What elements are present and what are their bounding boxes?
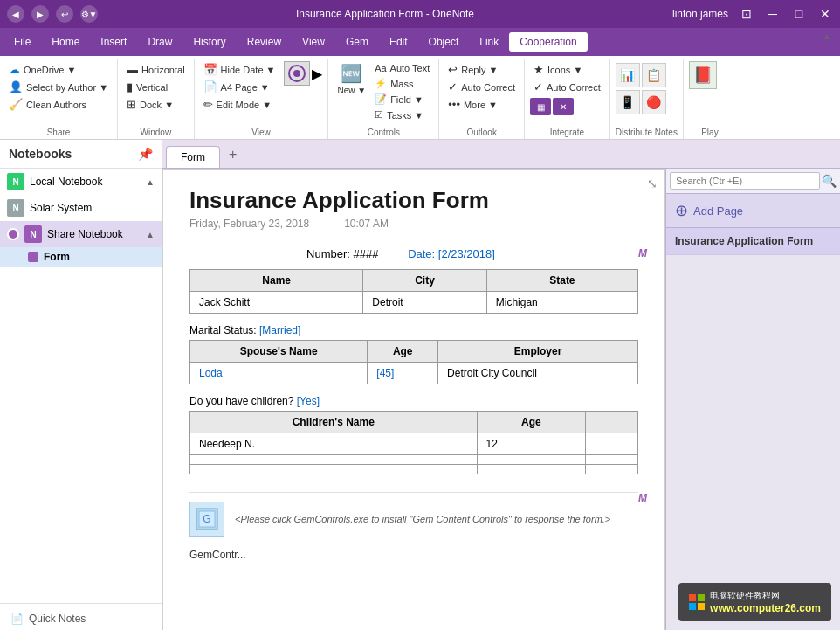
new-button[interactable]: 🆕 New ▼	[334, 61, 369, 97]
slider-thumb[interactable]	[284, 61, 310, 86]
mass-button[interactable]: ⚡ Mass	[371, 76, 433, 91]
hide-date-button[interactable]: 📅 Hide Date ▼	[200, 61, 279, 78]
form-section-item[interactable]: Form	[0, 247, 162, 267]
spouse-name-link[interactable]: Loda	[199, 367, 223, 379]
field-button[interactable]: 📝 Field ▼	[371, 92, 433, 107]
add-page-button[interactable]: ⊕ Add Page	[666, 194, 840, 228]
td-child-3-age	[477, 465, 586, 474]
ribbon-group-controls: 🆕 New ▼ Aa Auto Text ⚡ Mass 📝 Field ▼ ☑	[328, 59, 439, 139]
play-button[interactable]: ▶	[312, 66, 322, 82]
menu-home[interactable]: Home	[41, 32, 90, 52]
integrate-autocorrect-button[interactable]: ✓ Auto Correct	[530, 79, 604, 95]
quick-notes-item[interactable]: 📄 Quick Notes	[7, 609, 155, 628]
menu-link[interactable]: Link	[469, 32, 509, 52]
menu-draw[interactable]: Draw	[137, 32, 182, 52]
icons-button[interactable]: ★ Icons ▼	[530, 61, 604, 78]
title-bar: ◀ ▶ ↩ ⚙▼ Insurance Application Form - On…	[0, 0, 840, 28]
integrate-extras: ▦ ✕	[530, 98, 604, 115]
th-children-age: Age	[477, 412, 586, 433]
reply-button[interactable]: ↩ Reply ▼	[444, 61, 519, 78]
more-button[interactable]: ••• More ▼	[444, 96, 519, 113]
menu-cooperation[interactable]: Cooperation	[509, 32, 587, 52]
tasks-button[interactable]: ☑ Tasks ▼	[371, 107, 433, 122]
form-date: Date: [2/23/2018]	[408, 247, 495, 260]
distribute-icon-4[interactable]: 🔴	[642, 90, 666, 114]
minimize-button[interactable]: ─	[765, 6, 781, 22]
integrate-check-icon: ✓	[534, 80, 543, 93]
td-child-1-extra	[586, 433, 638, 455]
horizontal-button[interactable]: ▬ Horizontal	[123, 61, 189, 78]
share-notebook-item[interactable]: N Share Notebook ▲	[0, 221, 162, 247]
menu-view[interactable]: View	[292, 32, 335, 52]
menu-review[interactable]: Review	[237, 32, 292, 52]
menu-edit[interactable]: Edit	[379, 32, 418, 52]
onedrive-button[interactable]: ☁ OneDrive ▼	[5, 61, 112, 78]
onedrive-icon: ☁	[9, 63, 20, 76]
auto-text-button[interactable]: Aa Auto Text	[371, 61, 433, 75]
undo-button[interactable]: ↩	[56, 5, 73, 23]
menu-object[interactable]: Object	[418, 32, 470, 52]
select-by-author-button[interactable]: 👤 Select by Author ▼	[5, 79, 112, 95]
distribute-icon-2[interactable]: 📋	[642, 63, 666, 87]
td-child-1-name: Needeep N.	[190, 433, 478, 455]
local-notebook-item[interactable]: N Local Notebook ▲	[0, 169, 162, 195]
integrate-icon-2[interactable]: ✕	[553, 98, 574, 115]
clean-authors-button[interactable]: 🧹 Clean Authors	[5, 96, 112, 113]
table-row	[190, 455, 638, 465]
dock-button[interactable]: ⊞ Dock ▼	[123, 96, 189, 113]
pdf-icon[interactable]: 📕	[689, 61, 717, 89]
form-section-dot	[28, 252, 38, 262]
sidebar-header: Notebooks 📌	[0, 140, 162, 169]
table-spouse: Spouse's Name Age Employer Loda [45] Det…	[189, 340, 638, 384]
pin-icon[interactable]: 📌	[138, 147, 153, 161]
share-notebook-icon: N	[24, 225, 42, 243]
menu-gem[interactable]: Gem	[335, 32, 379, 52]
integrate-icon-1[interactable]: ▦	[530, 98, 551, 115]
gem-svg: G	[195, 507, 219, 531]
tablet-mode-button[interactable]: ⊡	[739, 6, 754, 22]
spouse-age-link[interactable]: [45]	[376, 367, 394, 379]
watermark-text: 电脑软硬件教程网 www.computer26.com	[710, 590, 821, 614]
expand-button[interactable]: ⤡	[647, 177, 658, 190]
children-answer-link[interactable]: [Yes]	[297, 395, 320, 407]
vertical-button[interactable]: ▮ Vertical	[123, 79, 189, 95]
share-notebook-label: Share Notebook	[47, 228, 123, 240]
a4-page-button[interactable]: 📄 A4 Page ▼	[200, 79, 279, 95]
page-list-item[interactable]: Insurance Application Form	[666, 228, 840, 255]
menu-bar: File Home Insert Draw History Review Vie…	[0, 28, 840, 56]
ribbon: ☁ OneDrive ▼ 👤 Select by Author ▼ 🧹 Clea…	[0, 56, 840, 140]
outlook-col: ↩ Reply ▼ ✓ Auto Correct ••• More ▼	[444, 61, 519, 113]
edit-mode-button[interactable]: ✏ Edit Mode ▼	[200, 96, 279, 113]
window-col: ▬ Horizontal ▮ Vertical ⊞ Dock ▼	[123, 61, 189, 113]
quick-notes-label: Quick Notes	[29, 613, 86, 625]
controls-visual: ▶	[284, 61, 322, 86]
menu-insert[interactable]: Insert	[90, 32, 137, 52]
ribbon-collapse-button[interactable]: ▲	[819, 30, 835, 43]
gem-message-text: <Please click GemControls.exe to install…	[235, 514, 610, 524]
maximize-button[interactable]: □	[791, 6, 807, 22]
table-row: Needeep N. 12	[190, 433, 638, 455]
window-group-label: Window	[123, 124, 189, 139]
distribute-icon-1[interactable]: 📊	[616, 63, 640, 87]
form-tab[interactable]: Form	[166, 146, 220, 168]
add-tab-button[interactable]: +	[222, 143, 244, 166]
ribbon-group-view-content: 📅 Hide Date ▼ 📄 A4 Page ▼ ✏ Edit Mode ▼	[200, 59, 323, 124]
td-child-3-extra	[586, 465, 638, 474]
back-button[interactable]: ◀	[7, 5, 24, 23]
customize-button[interactable]: ⚙▼	[80, 5, 98, 23]
close-button[interactable]: ✕	[817, 6, 833, 22]
add-page-label: Add Page	[693, 204, 743, 218]
auto-correct-button[interactable]: ✓ Auto Correct	[444, 79, 519, 95]
author-icon: 👤	[9, 80, 23, 93]
menu-history[interactable]: History	[182, 32, 236, 52]
menu-file[interactable]: File	[3, 32, 41, 52]
table-row: Name City State	[190, 270, 638, 292]
solar-system-item[interactable]: N Solar System	[0, 195, 162, 221]
search-input[interactable]	[670, 172, 820, 190]
distribute-icon-3[interactable]: 📱	[616, 90, 640, 114]
forward-button[interactable]: ▶	[31, 5, 49, 23]
solar-system-label: Solar System	[30, 202, 92, 214]
marital-status-link[interactable]: [Married]	[259, 324, 300, 336]
th-employer: Employer	[438, 341, 638, 363]
search-icon[interactable]: 🔍	[822, 174, 837, 188]
